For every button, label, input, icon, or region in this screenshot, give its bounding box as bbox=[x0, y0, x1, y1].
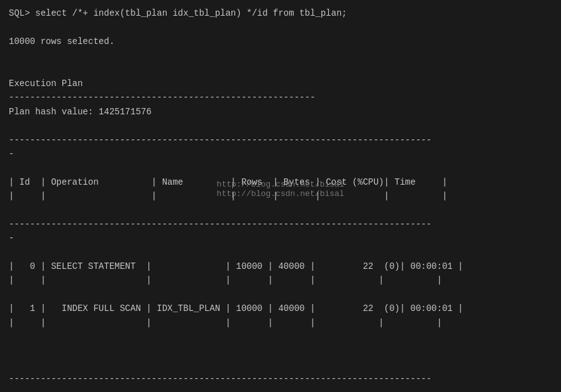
column-header-row: | Id | Operation | Name | Rows | Bytes |… bbox=[9, 175, 552, 189]
blank-line-10 bbox=[9, 344, 552, 357]
blank-line-11 bbox=[9, 358, 552, 372]
blank-line-2 bbox=[9, 48, 552, 62]
column-header-row-2: | | | | | | | | bbox=[9, 189, 552, 203]
data-row-1: | 1 | INDEX FULL SCAN | IDX_TBL_PLAN | 1… bbox=[9, 302, 552, 315]
separator-long-1: ----------------------------------------… bbox=[9, 133, 552, 147]
blank-line-1 bbox=[9, 20, 552, 34]
separator-1: ----------------------------------------… bbox=[9, 90, 552, 104]
rows-selected-line: 10000 rows selected. bbox=[9, 35, 552, 48]
blank-line-5 bbox=[9, 161, 552, 175]
blank-row-0: | | | | | | | | bbox=[9, 273, 552, 287]
plan-hash-line: Plan hash value: 1425171576 bbox=[9, 105, 552, 119]
data-row-0: | 0 | SELECT STATEMENT | | 10000 | 40000… bbox=[9, 259, 552, 273]
separator-long-3: ----------------------------------------… bbox=[9, 372, 552, 386]
separator-long-2: ----------------------------------------… bbox=[9, 217, 552, 231]
sql-command-line: SQL> select /*+ index(tbl_plan idx_tbl_p… bbox=[9, 6, 552, 20]
execution-plan-label: Execution Plan bbox=[9, 77, 552, 90]
separator-dash-1: - bbox=[9, 147, 552, 161]
blank-line-7 bbox=[9, 246, 552, 259]
blank-line-3 bbox=[9, 63, 552, 77]
blank-row-1: | | | | | | | | bbox=[9, 316, 552, 330]
blank-line-8 bbox=[9, 288, 552, 302]
separator-dash-3: - bbox=[9, 386, 552, 392]
terminal-window: SQL> select /*+ index(tbl_plan idx_tbl_p… bbox=[9, 6, 552, 392]
separator-dash-2: - bbox=[9, 231, 552, 245]
blank-line-9 bbox=[9, 330, 552, 344]
table-header-section: | Id | Operation | Name | Rows | Bytes |… bbox=[9, 175, 552, 204]
blank-line-4 bbox=[9, 119, 552, 133]
blank-line-6 bbox=[9, 203, 552, 217]
